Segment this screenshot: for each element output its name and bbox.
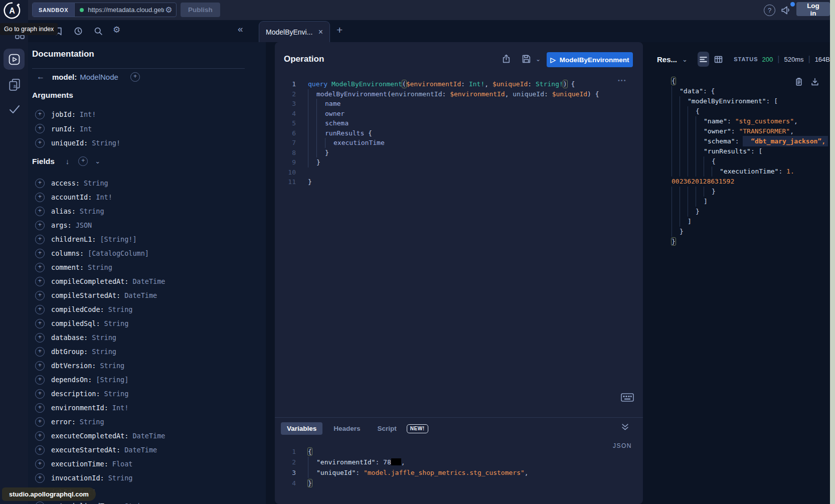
add-to-query-button[interactable]: +	[35, 305, 45, 314]
add-to-query-button[interactable]: +	[35, 389, 45, 399]
add-to-query-button[interactable]: +	[35, 263, 45, 272]
add-to-query-button[interactable]: +	[35, 375, 45, 385]
code-line: "schema": “dbt_mary_jackson”,	[663, 136, 830, 146]
field-type: Int!	[112, 404, 129, 412]
save-options-chevron-icon[interactable]: ⌄	[536, 56, 541, 63]
response-chevron-icon[interactable]: ⌄	[682, 56, 688, 63]
add-to-query-button[interactable]: +	[35, 459, 45, 469]
search-icon[interactable]	[94, 27, 103, 36]
code-line: 2modelByEnvironment(environmentId: $envi…	[275, 89, 636, 99]
breadcrumb-type-link[interactable]: ModelNode	[80, 73, 118, 81]
statusbar-url: studio.apollographql.com	[2, 487, 96, 501]
add-to-query-button[interactable]: +	[35, 221, 45, 230]
add-to-query-button[interactable]: +	[35, 431, 45, 441]
line-number: 7	[275, 138, 300, 148]
add-to-query-button[interactable]: +	[35, 249, 45, 258]
share-icon[interactable]	[502, 54, 512, 64]
add-to-query-button[interactable]: +	[35, 417, 45, 427]
add-to-query-button[interactable]: +	[35, 501, 45, 504]
add-fields-button[interactable]: +	[78, 156, 88, 166]
divider: |	[808, 55, 810, 64]
field-name: invocationId:	[51, 474, 104, 482]
field-name: childrenL1:	[51, 235, 96, 243]
field-name: compiledSql:	[51, 319, 100, 327]
add-to-query-button[interactable]: +	[35, 179, 45, 188]
add-to-query-button[interactable]: +	[35, 291, 45, 300]
svg-text:±: ±	[13, 83, 17, 89]
explorer-icon[interactable]	[4, 49, 25, 70]
fields-chevron-icon[interactable]: ⌄	[95, 157, 100, 165]
sort-fields-icon[interactable]: ↓	[66, 157, 70, 165]
code-line: 4owner	[275, 109, 636, 119]
field-row: +database:String	[35, 330, 256, 345]
divider: |	[777, 55, 779, 64]
field-name: accountId:	[51, 193, 92, 201]
tab-operation[interactable]: ModelByEnvi... ×	[259, 21, 330, 42]
response-viewer[interactable]: {"data": {"modelByEnvironment": [{"name"…	[651, 76, 830, 247]
run-label: ModelByEnvironment	[560, 56, 629, 64]
add-to-query-button[interactable]: +	[35, 193, 45, 202]
run-operation-button[interactable]: ▷ ModelByEnvironment	[547, 52, 633, 67]
field-type: String	[100, 362, 124, 370]
code-line: 8}	[275, 148, 636, 158]
add-to-query-button[interactable]: +	[35, 445, 45, 455]
operation-editor[interactable]: 1query ModelByEnvironment($environmentId…	[275, 79, 636, 187]
keyboard-shortcuts-icon[interactable]	[621, 393, 634, 402]
tab-variables[interactable]: Variables	[281, 422, 322, 435]
endpoint-settings-icon[interactable]: ⚙	[165, 5, 172, 15]
endpoint-url-input[interactable]: https://metadata.cloud.getd	[88, 6, 164, 14]
add-to-query-button[interactable]: +	[35, 110, 45, 119]
field-row: +executeStartedAt:DateTime	[35, 443, 256, 457]
publish-button[interactable]: Publish	[181, 3, 220, 17]
field-type: Int!	[96, 193, 112, 201]
divider	[275, 417, 643, 418]
field-row: +compileCompletedAt:DateTime	[35, 274, 256, 288]
add-to-query-button[interactable]: +	[35, 319, 45, 328]
history-icon[interactable]	[74, 27, 83, 36]
tab-headers[interactable]: Headers	[327, 422, 366, 435]
explorer-settings-icon[interactable]: ⚙	[113, 25, 122, 34]
field-name: comment:	[51, 263, 84, 271]
add-to-query-button[interactable]: +	[35, 333, 45, 343]
variables-editor[interactable]: 1{2"environmentId": 78,3"uniqueId": "mod…	[275, 446, 636, 488]
json-view-toggle[interactable]	[698, 52, 709, 67]
collapse-panel-icon[interactable]	[621, 423, 630, 431]
browser-scrollbar[interactable]	[830, 0, 835, 504]
apollo-logo-icon[interactable]: A	[3, 1, 22, 20]
code-line: 4}	[275, 478, 636, 488]
add-to-query-button[interactable]: +	[35, 235, 45, 244]
field-name: runId:	[51, 125, 76, 133]
help-icon[interactable]: ?	[764, 5, 775, 16]
tab-close-icon[interactable]: ×	[318, 28, 323, 37]
field-type: String	[80, 207, 104, 215]
add-to-query-button[interactable]: +	[35, 473, 45, 483]
tab-script[interactable]: Script	[372, 422, 403, 435]
fields-title: Fields	[32, 157, 55, 166]
code-line: 9}	[275, 157, 636, 167]
add-to-query-button[interactable]: +	[35, 277, 45, 286]
checks-icon[interactable]	[8, 103, 22, 116]
add-to-query-button[interactable]: +	[35, 361, 45, 371]
add-all-fields-button[interactable]: +	[130, 72, 140, 82]
field-row: +accountId:Int!	[35, 190, 256, 204]
code-line: "name": "stg_customers",	[663, 116, 830, 126]
notification-dot	[790, 2, 795, 7]
save-icon[interactable]	[522, 54, 532, 64]
add-to-query-button[interactable]: +	[35, 207, 45, 216]
add-to-query-button[interactable]: +	[35, 124, 45, 133]
collapse-sidebar-icon[interactable]: «	[238, 24, 243, 35]
table-view-toggle[interactable]	[714, 53, 723, 66]
code-line: {	[663, 76, 830, 86]
add-to-query-button[interactable]: +	[35, 403, 45, 413]
field-type: String	[104, 390, 129, 398]
login-button[interactable]: Log in	[796, 2, 830, 16]
schema-diff-icon[interactable]: ±	[8, 78, 22, 92]
new-tab-button[interactable]: +	[337, 24, 343, 36]
add-to-query-button[interactable]: +	[35, 347, 45, 357]
back-arrow-icon[interactable]: ←	[37, 72, 45, 81]
line-number: 11	[275, 177, 300, 187]
breadcrumb-field: model:	[52, 73, 77, 81]
line-number: 8	[275, 148, 300, 158]
add-to-query-button[interactable]: +	[35, 138, 45, 148]
field-type: String	[108, 474, 133, 482]
